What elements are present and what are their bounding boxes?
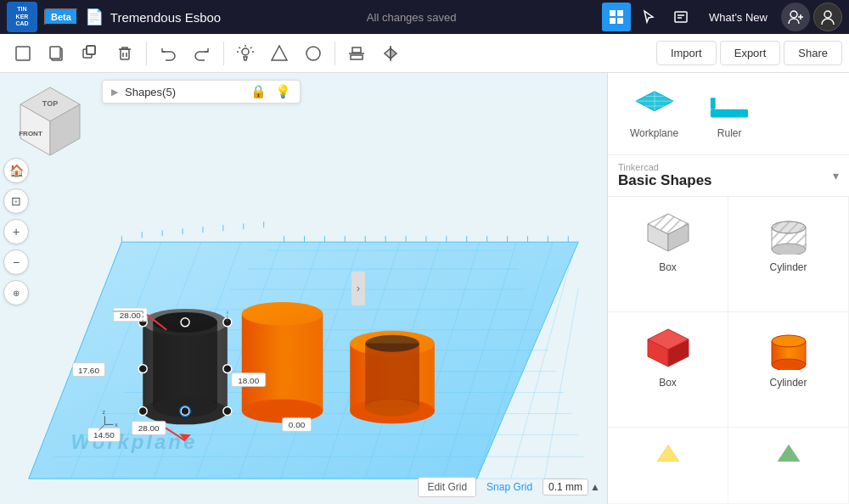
pick-tool-button[interactable] [634,3,663,31]
ruler-label: Ruler [717,127,742,139]
add-user-button[interactable] [781,3,810,31]
beta-badge[interactable]: Beta [44,8,78,25]
logo: TINKERCAD [7,2,37,32]
svg-rect-114 [365,344,419,408]
svg-marker-33 [391,48,396,59]
svg-text:28.00: 28.00 [120,311,141,320]
svg-marker-26 [272,46,287,60]
snap-grid-label: Snap Grid [486,481,532,493]
svg-rect-145 [711,109,748,118]
svg-text:28.00: 28.00 [138,423,160,433]
user-buttons [781,3,842,31]
light-button[interactable] [229,37,261,70]
svg-rect-11 [16,47,30,60]
shape-item-box-gray[interactable]: Box [608,197,728,312]
right-top-buttons: Workplane [608,73,849,155]
align-button[interactable] [340,37,373,70]
shape-cylinder-gray-label: Cylinder [769,261,807,273]
topbar: TINKERCAD Beta 📄 Tremendous Esboo All ch… [0,0,849,34]
svg-rect-153 [711,98,716,109]
svg-text:x: x [115,422,118,428]
new-shape-button[interactable] [7,37,39,70]
svg-point-99 [181,318,189,327]
topbar-view-icons [602,3,695,31]
code-editor-button[interactable] [666,3,695,31]
svg-point-162 [772,221,806,233]
share-button[interactable]: Share [784,41,842,65]
svg-point-7 [790,11,797,18]
export-button[interactable]: Export [720,41,781,65]
undo-button[interactable] [152,37,184,70]
svg-point-169 [772,359,806,370]
tinkercad-sublabel: Tinkercad [618,162,712,172]
shape-item-box-red[interactable]: Box [608,312,728,428]
ruler-button[interactable]: Ruler [700,83,758,144]
svg-point-160 [772,244,806,255]
svg-rect-3 [617,18,623,24]
svg-point-27 [306,47,320,60]
bottom-bar: Edit Grid Snap Grid 0.1 mm ▲ [418,477,600,497]
doc-icon: 📄 [85,8,104,26]
workplane-icon [634,88,675,122]
svg-rect-17 [121,49,129,59]
svg-line-65 [544,288,578,479]
saved-status: All changes saved [228,11,595,24]
edit-grid-button[interactable]: Edit Grid [418,477,476,497]
svg-rect-29 [352,48,361,53]
snap-grid-value: 0.1 mm [543,479,588,496]
shape-box-gray-label: Box [659,261,677,273]
right-toolbar: Import Export Share [656,41,842,65]
delete-button[interactable] [109,37,141,70]
main-area: TOP FRONT ▶ Shapes(5) 🔒 💡 🏠 ⊡ + − ⊕ [0,73,849,504]
shapes-category-label[interactable]: Basic Shapes [618,172,712,189]
svg-rect-2 [610,18,616,24]
svg-point-104 [223,406,232,415]
svg-rect-95 [153,322,217,407]
round-tool-button[interactable] [297,37,329,70]
svg-point-10 [824,11,831,18]
svg-text:18.00: 18.00 [238,376,259,385]
import-button[interactable]: Import [656,41,717,65]
svg-text:17.60: 17.60 [78,366,99,375]
shape-item-partial-1[interactable] [608,428,728,504]
svg-point-98 [223,365,232,373]
whatsnew-button[interactable]: What's New [702,8,774,27]
shape-box-red-label: Box [659,377,677,389]
shape-item-cylinder-orange[interactable]: Cylinder [728,312,849,428]
duplicate-button[interactable] [75,37,107,70]
svg-rect-1 [617,10,623,16]
snap-grid-up-icon[interactable]: ▲ [590,481,600,493]
shape-item-cylinder-gray[interactable]: Cylinder [728,197,849,312]
copy-button[interactable] [41,37,73,70]
shape-cylinder-orange-label: Cylinder [769,377,807,389]
svg-point-115 [365,335,419,352]
grid-view-button[interactable] [602,3,631,31]
viewport[interactable]: TOP FRONT ▶ Shapes(5) 🔒 💡 🏠 ⊡ + − ⊕ [0,73,607,504]
svg-text:z: z [102,409,105,415]
svg-rect-30 [351,55,363,59]
svg-rect-13 [50,47,60,59]
shape-tool-button[interactable] [263,37,295,70]
svg-rect-15 [87,46,95,54]
panel-collapse-button[interactable]: › [351,272,365,305]
scene-svg[interactable]: Workplane [0,73,607,504]
svg-marker-174 [778,445,800,461]
svg-point-97 [138,365,147,373]
project-name[interactable]: Tremendous Esboo [110,10,221,25]
svg-point-170 [772,335,806,347]
ruler-icon [709,88,750,122]
toolbar-separator-3 [335,42,335,65]
right-panel: Workplane [607,73,849,504]
svg-line-22 [250,47,252,48]
shape-item-partial-2[interactable] [728,428,849,504]
mirror-button[interactable] [374,37,407,70]
user-avatar-button[interactable] [813,3,842,31]
redo-button[interactable] [186,37,218,70]
workplane-button[interactable]: Workplane [621,83,687,144]
shapes-dropdown-arrow[interactable]: ▾ [833,169,839,182]
svg-point-20 [242,48,249,55]
workplane-label: Workplane [630,127,678,139]
svg-point-116 [365,399,419,416]
toolbar: Import Export Share [0,34,849,73]
svg-marker-32 [385,48,391,59]
